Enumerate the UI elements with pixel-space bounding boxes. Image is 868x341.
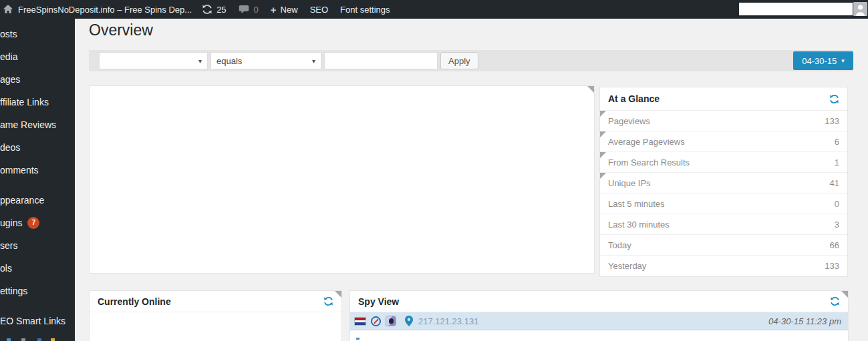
netherlands-flag-icon [355, 318, 366, 325]
table-row: Unique IPs 41 [600, 173, 847, 194]
stat-value: 133 [825, 116, 839, 126]
visitor-row: 217.121.23.131 04-30-15 11:23 pm [350, 312, 848, 330]
stat-value: 1 [835, 157, 839, 167]
admin-search-input[interactable] [739, 3, 853, 15]
stat-value: 3 [835, 220, 839, 230]
stat-label: Yesterday [608, 261, 646, 271]
table-row: Last 5 minutes 0 [600, 194, 847, 214]
sidebar-separator [0, 302, 75, 310]
stat-value: 0 [835, 199, 839, 209]
updates-count: 25 [216, 5, 226, 15]
visitor-row-partial [350, 330, 848, 341]
sidebar-item-affiliate-links[interactable]: ffiliate Links [0, 91, 75, 113]
refresh-icon[interactable] [830, 296, 840, 306]
spy-view-widget: Spy View 217.121.23.131 04- [349, 290, 849, 341]
macos-icon [386, 316, 396, 326]
widget-header: Spy View [350, 291, 848, 312]
sidebar-item-plugins[interactable]: ugins 7 [0, 212, 75, 234]
filter-toolbar: ▾ equals ▾ Apply 04-30-15 ▾ [89, 50, 853, 71]
visitor-ip-link[interactable]: 217.121.23.131 [418, 316, 763, 326]
widget-header: At a Glance [600, 87, 847, 111]
stat-label: Average Pageviews [608, 137, 685, 147]
stat-label: Unique IPs [608, 178, 651, 188]
update-refresh-icon [202, 4, 212, 15]
sidebar-item-seo-smart-links[interactable]: EO Smart Links [0, 310, 75, 332]
widget-title: Currently Online [98, 296, 171, 307]
resize-handle[interactable] [587, 86, 594, 93]
stat-value: 6 [835, 137, 839, 147]
refresh-icon[interactable] [323, 296, 333, 306]
site-name: FreeSpinsNoDeposit.info – Free Spins Dep… [18, 5, 192, 15]
plugins-update-badge: 7 [27, 217, 39, 229]
sidebar-item-videos[interactable]: deos [0, 136, 75, 159]
sidebar-item-comments[interactable]: omments [0, 159, 75, 182]
comments-count: 0 [254, 5, 259, 15]
filter-field-select[interactable]: ▾ [99, 52, 208, 69]
at-a-glance-widget: At a Glance Pageviews 133 Average Pagevi… [599, 87, 848, 277]
updates-link[interactable]: 25 [202, 0, 226, 19]
sidebar-item-users[interactable]: sers [0, 234, 75, 257]
stat-value: 66 [830, 240, 839, 250]
date-range-button[interactable]: 04-30-15 ▾ [793, 51, 853, 70]
widget-header: Currently Online [90, 291, 341, 312]
site-link[interactable]: FreeSpinsNoDeposit.info – Free Spins Dep… [3, 0, 192, 19]
sidebar-item-pages[interactable]: ages [0, 68, 75, 91]
resize-handle[interactable] [600, 152, 606, 158]
visit-timestamp: 04-30-15 11:23 pm [768, 316, 843, 326]
hits-chart-panel [89, 85, 595, 274]
chevron-down-icon: ▾ [841, 57, 845, 64]
sidebar-item-partial[interactable] [0, 332, 75, 341]
stat-label: Today [608, 240, 631, 250]
safari-browser-icon [371, 316, 381, 326]
widget-title: Spy View [358, 296, 399, 307]
sidebar-item-tools[interactable]: ols [0, 257, 75, 280]
table-row: Today 66 [600, 235, 847, 256]
font-settings-link[interactable]: Font settings [340, 0, 390, 19]
stat-label: From Search Results [608, 157, 690, 167]
table-row: Last 30 minutes 3 [600, 214, 847, 235]
sidebar-item-settings[interactable]: ettings [0, 280, 75, 302]
resize-handle[interactable] [335, 291, 341, 298]
widget-title: At a Glance [608, 93, 660, 104]
table-row: Yesterday 133 [600, 256, 847, 276]
stat-value: 133 [825, 261, 839, 271]
resize-handle[interactable] [600, 111, 606, 117]
sidebar-item-posts[interactable]: osts [0, 23, 75, 45]
comments-link[interactable]: 0 [239, 0, 259, 19]
stat-value: 41 [830, 178, 839, 188]
resize-handle[interactable] [841, 291, 848, 298]
apply-button[interactable]: Apply [440, 52, 478, 69]
main-content: Overview ▾ equals ▾ Apply 04-30-15 ▾ At … [75, 19, 868, 341]
table-row: From Search Results 1 [600, 152, 847, 173]
stat-label: Last 30 minutes [608, 220, 670, 230]
sidebar: osts edia ages ffiliate Links ame Review… [0, 19, 75, 341]
admin-bar: FreeSpinsNoDeposit.info – Free Spins Dep… [0, 0, 868, 19]
sidebar-item-appearance[interactable]: ppearance [0, 189, 75, 212]
table-row: Pageviews 133 [600, 111, 847, 131]
comments-bubble-icon [239, 5, 250, 15]
filter-operator-select[interactable]: equals ▾ [210, 52, 321, 69]
refresh-icon[interactable] [829, 94, 839, 104]
location-pin-icon[interactable] [405, 316, 413, 326]
home-icon [3, 4, 13, 15]
chevron-down-icon: ▾ [312, 57, 315, 65]
chevron-down-icon: ▾ [198, 57, 202, 65]
user-avatar-icon[interactable] [853, 2, 867, 16]
sidebar-item-media[interactable]: edia [0, 45, 75, 68]
new-content-link[interactable]: + New [271, 0, 298, 19]
resize-handle[interactable] [600, 131, 606, 137]
sidebar-item-game-reviews[interactable]: ame Reviews [0, 113, 75, 136]
stat-label: Last 5 minutes [608, 199, 665, 209]
currently-online-widget: Currently Online [89, 290, 342, 341]
resize-handle[interactable] [600, 173, 606, 179]
sidebar-separator [0, 182, 75, 189]
new-label: New [281, 5, 298, 15]
filter-value-input[interactable] [324, 52, 438, 69]
seo-menu-link[interactable]: SEO [310, 0, 328, 19]
plus-icon: + [271, 5, 277, 15]
table-row: Average Pageviews 6 [600, 131, 847, 152]
page-title: Overview [89, 21, 153, 40]
stat-label: Pageviews [608, 116, 650, 126]
